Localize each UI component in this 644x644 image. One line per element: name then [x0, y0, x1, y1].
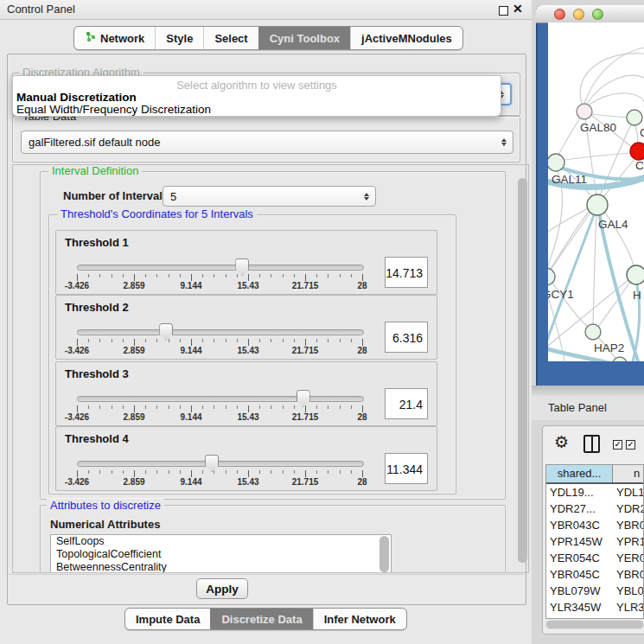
tick	[214, 274, 214, 277]
tick	[214, 339, 214, 342]
bottom-tab-discretize-data[interactable]: Discretize Data	[210, 609, 312, 629]
tab-label: Style	[166, 32, 193, 45]
tick	[237, 339, 238, 342]
table-row[interactable]: YBR043CYBR0	[546, 517, 643, 533]
tab-cyni-toolbox[interactable]: Cyni Toolbox	[258, 27, 350, 49]
table-data-select[interactable]: galFiltered.sif default node	[21, 131, 513, 154]
table-hscrollbar-thumb[interactable]	[546, 621, 643, 628]
network-node-h[interactable]	[627, 265, 644, 284]
float-window-icon[interactable]	[499, 6, 508, 16]
numerical-attributes-list[interactable]: SelfLoopsTopologicalCoefficientBetweenne…	[50, 534, 392, 573]
network-node-gcy1[interactable]	[548, 268, 555, 285]
tick	[77, 339, 78, 346]
panel-vertical-scrollbar[interactable]	[518, 178, 527, 563]
threshold-2-slider-track[interactable]	[77, 329, 364, 335]
control-panel-titlebar[interactable]	[0, 0, 532, 20]
tick	[123, 274, 124, 277]
table-row[interactable]: YIL052CYIL0	[546, 615, 643, 619]
network-node-label: GAL4	[598, 218, 628, 231]
column-header-name[interactable]: n	[613, 465, 643, 482]
network-edge[interactable]	[599, 212, 638, 361]
network-node-hap2[interactable]	[585, 324, 601, 340]
tick	[271, 274, 271, 277]
table-row[interactable]: YDL19...YDL1	[546, 484, 643, 501]
network-edge[interactable]	[592, 114, 628, 118]
tick	[180, 405, 181, 409]
tab-jactivemnodules[interactable]: jActiveMNodules	[350, 27, 462, 49]
network-edge[interactable]	[587, 75, 644, 104]
network-node-gal80[interactable]	[577, 104, 592, 119]
tick	[294, 339, 295, 342]
table-hscrollbar-track[interactable]	[545, 620, 644, 629]
tick	[294, 470, 295, 474]
close-traffic-light-icon[interactable]	[554, 9, 565, 20]
gear-icon[interactable]: ⚙	[554, 432, 569, 452]
threshold-2-value-field[interactable]: 6.316	[385, 322, 428, 353]
column-header-shared-name[interactable]: shared...	[546, 465, 613, 482]
network-edge[interactable]	[635, 125, 638, 143]
tab-label: Cyni Toolbox	[270, 32, 340, 45]
table-row[interactable]: YDR27...YDR2	[546, 501, 643, 517]
tick-label: 28	[357, 281, 367, 290]
tick	[180, 339, 181, 342]
tick	[112, 274, 112, 277]
bottom-tab-infer-network[interactable]: Infer Network	[313, 609, 406, 629]
tick	[259, 339, 260, 342]
network-edge[interactable]	[580, 54, 644, 104]
tick	[202, 470, 203, 474]
close-icon[interactable]: ✕	[513, 2, 523, 16]
tick-label: 21.715	[292, 346, 319, 355]
threshold-1-value-field[interactable]: 14.713	[385, 257, 428, 288]
attribute-item-topologicalcoefficient[interactable]: TopologicalCoefficient	[51, 548, 391, 561]
tick	[283, 470, 284, 474]
split-columns-icon[interactable]	[583, 435, 600, 453]
threshold-1-panel: Threshold 1-3.4262.8599.14415.4321.71528…	[55, 230, 437, 295]
network-node-label: HAP2	[594, 341, 624, 354]
tab-label: jActiveMNodules	[361, 32, 452, 45]
threshold-3-value-field[interactable]: 21.4	[385, 388, 428, 419]
threshold-4-slider-track[interactable]	[77, 461, 364, 467]
table-row[interactable]: YBR045CYBR0	[546, 566, 643, 583]
tick	[283, 339, 284, 342]
network-window-titlebar[interactable]	[536, 5, 644, 23]
attributes-list-scrollbar[interactable]	[379, 536, 389, 572]
cell-name: YBL0	[612, 583, 643, 599]
control-panel-title: Control Panel	[7, 3, 75, 16]
table-row[interactable]: YER054CYER0	[546, 550, 643, 566]
zoom-traffic-light-icon[interactable]	[592, 9, 603, 20]
table-row[interactable]: YPR145WYPR1	[546, 533, 643, 550]
tab-label: Impute Data	[136, 613, 200, 626]
tab-select[interactable]: Select	[203, 27, 258, 49]
network-canvas[interactable]: GAL80GACGAL11GAL4GCY1HHAP2	[548, 22, 644, 361]
apply-button[interactable]: Apply	[196, 578, 248, 599]
threshold-4-value-field[interactable]: 11.344	[385, 453, 428, 484]
tab-style[interactable]: Style	[155, 27, 203, 49]
number-of-intervals-select[interactable]: 5	[163, 186, 376, 207]
checkbox-icon[interactable]: ✓	[626, 440, 635, 450]
threshold-3-slider-track[interactable]	[77, 396, 364, 402]
tab-network[interactable]: Network	[74, 27, 155, 49]
checkbox-icon[interactable]: ✓	[613, 440, 622, 450]
threshold-1-slider-track[interactable]	[77, 265, 364, 271]
network-edge[interactable]	[588, 93, 644, 105]
network-node-label: H	[633, 289, 641, 302]
threshold-3-slider-thumb[interactable]	[296, 390, 310, 407]
network-edge[interactable]	[564, 153, 630, 160]
minimize-traffic-light-icon[interactable]	[573, 9, 584, 20]
threshold-4-slider-thumb[interactable]	[205, 455, 219, 472]
network-node-label: GCY1	[548, 288, 574, 301]
network-node-c[interactable]	[630, 143, 644, 160]
table-row[interactable]: YBL079WYBL0	[546, 583, 643, 599]
attribute-item-betweennesscentrality[interactable]: BetweennessCentrality	[51, 561, 391, 573]
network-node-ga[interactable]	[627, 110, 642, 125]
algorithm-option-equal-width-frequency-discretization[interactable]: Equal Width/Frequency Discretization	[16, 103, 211, 116]
attribute-item-selfloops[interactable]: SelfLoops	[51, 535, 391, 548]
network-node-gal11[interactable]	[548, 154, 564, 171]
tab-label: Discretize Data	[221, 613, 302, 626]
bottom-tab-impute-data[interactable]: Impute Data	[125, 609, 210, 629]
tick	[180, 470, 181, 474]
table-row[interactable]: YLR345WYLR3	[546, 599, 643, 615]
threshold-1-slider-thumb[interactable]	[235, 258, 249, 276]
network-node-gal4[interactable]	[587, 194, 608, 215]
threshold-2-slider-thumb[interactable]	[159, 323, 173, 341]
